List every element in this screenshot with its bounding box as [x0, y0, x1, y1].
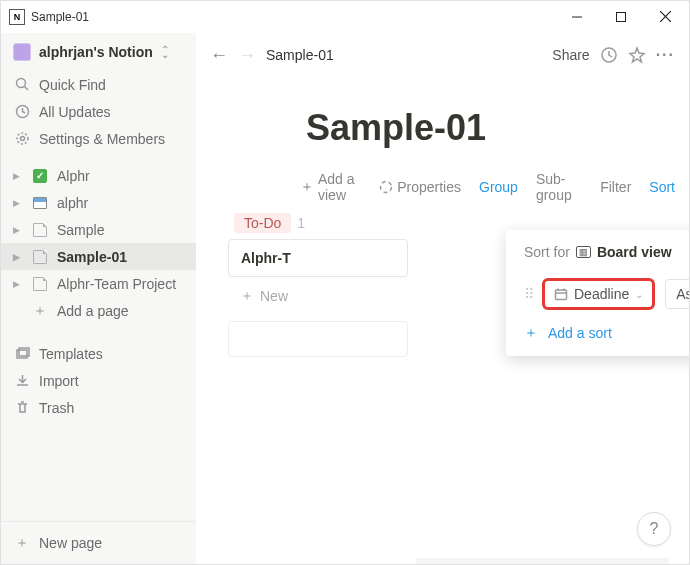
sort-order-label: Ascending: [676, 286, 690, 302]
templates-label: Templates: [39, 346, 103, 362]
all-updates[interactable]: All Updates: [1, 98, 196, 125]
add-view-button[interactable]: ＋Add a view: [300, 171, 361, 203]
settings-label: Settings & Members: [39, 131, 165, 147]
favorite-star-icon[interactable]: [628, 46, 646, 64]
close-window-button[interactable]: [643, 2, 687, 32]
board-empty-slot: [228, 321, 408, 357]
disclosure-triangle-icon[interactable]: ▶: [13, 279, 23, 289]
main-area: ← → Sample-01 Share ··· Sample-01 ＋Add a…: [196, 33, 689, 564]
sidebar-page-alphr-doc[interactable]: ▶ alphr: [1, 189, 196, 216]
disclosure-triangle-icon[interactable]: ▶: [13, 225, 23, 235]
chevron-down-icon: ⌄: [635, 289, 643, 300]
svg-rect-13: [556, 290, 567, 300]
board-card[interactable]: Alphr-T: [228, 239, 408, 277]
maximize-button[interactable]: [599, 2, 643, 32]
updates-icon[interactable]: [600, 46, 618, 64]
sidebar-page-sample[interactable]: ▶ Sample: [1, 216, 196, 243]
plus-icon: ＋: [240, 287, 254, 305]
trash-icon: [13, 400, 31, 415]
properties-button[interactable]: Properties: [379, 179, 461, 195]
plus-icon: ＋: [524, 324, 538, 342]
all-updates-label: All Updates: [39, 104, 111, 120]
svg-rect-1: [617, 12, 626, 21]
minimize-button[interactable]: [555, 2, 599, 32]
new-label: New: [260, 288, 288, 304]
new-page-label: New page: [39, 535, 102, 551]
sidebar-page-alphr-team[interactable]: ▶ Alphr-Team Project: [1, 270, 196, 297]
page-label: Sample-01: [57, 249, 127, 265]
page-icon: [31, 223, 49, 237]
share-button[interactable]: Share: [552, 47, 589, 63]
import-label: Import: [39, 373, 79, 389]
page-label: Alphr: [57, 168, 90, 184]
document-icon: [31, 197, 49, 209]
disclosure-triangle-icon[interactable]: ▶: [13, 198, 23, 208]
board-column-count: 1: [297, 215, 305, 231]
sort-for-label: Sort for: [524, 244, 570, 260]
plus-icon: ＋: [31, 302, 49, 320]
window-title: Sample-01: [31, 10, 555, 24]
drag-handle-icon[interactable]: ⠿: [524, 286, 532, 302]
sidebar-page-alphr-check[interactable]: ▶ ✓ Alphr: [1, 162, 196, 189]
sidebar-page-sample-01[interactable]: ▶ Sample-01: [1, 243, 196, 270]
add-page-label: Add a page: [57, 303, 129, 319]
sort-field-selector[interactable]: Deadline ⌄: [542, 278, 655, 310]
workspace-switcher[interactable]: alphrjan's Notion ⌃⌄: [1, 33, 196, 71]
disclosure-triangle-icon[interactable]: ▶: [13, 171, 23, 181]
page-label: alphr: [57, 195, 88, 211]
gear-icon: [13, 131, 31, 146]
settings-members[interactable]: Settings & Members: [1, 125, 196, 152]
filter-button[interactable]: Filter: [600, 179, 631, 195]
search-icon: [13, 77, 31, 92]
view-toolbar: ＋Add a view Properties Group Sub-group F…: [268, 165, 689, 213]
app-icon: N: [9, 9, 25, 25]
checkbox-icon: ✓: [31, 169, 49, 183]
trash-label: Trash: [39, 400, 74, 416]
add-sort-label: Add a sort: [548, 325, 612, 341]
svg-point-8: [17, 133, 28, 144]
templates[interactable]: Templates: [1, 340, 196, 367]
group-button[interactable]: Group: [479, 179, 518, 195]
sort-popover: Sort for ▥ Board view ? ⠿ Deadline ⌄ Asc…: [506, 230, 690, 356]
help-fab[interactable]: ?: [637, 512, 671, 546]
workspace-avatar: [13, 43, 31, 61]
workspace-name: alphrjan's Notion: [39, 44, 153, 60]
templates-icon: [13, 346, 31, 361]
board-view-icon: ▥: [576, 246, 591, 258]
more-menu-icon[interactable]: ···: [656, 46, 675, 64]
sidebar: alphrjan's Notion ⌃⌄ Quick Find All Upda…: [1, 33, 196, 564]
clock-icon: [13, 104, 31, 119]
disclosure-triangle-icon[interactable]: ▶: [13, 252, 23, 262]
sort-view-name: Board view: [597, 244, 672, 260]
quick-find-label: Quick Find: [39, 77, 106, 93]
page-icon: [31, 277, 49, 291]
sort-field-label: Deadline: [574, 286, 629, 302]
nav-forward-button[interactable]: →: [238, 45, 256, 66]
download-icon: [13, 373, 31, 388]
add-page-inline[interactable]: ＋ Add a page: [1, 297, 196, 324]
calendar-icon: [554, 287, 568, 301]
page-label: Sample: [57, 222, 104, 238]
quick-find[interactable]: Quick Find: [1, 71, 196, 98]
updown-chevron-icon: ⌃⌄: [161, 47, 169, 57]
plus-icon: ＋: [300, 178, 314, 196]
svg-point-7: [20, 137, 24, 141]
page-icon: [31, 250, 49, 264]
page-label: Alphr-Team Project: [57, 276, 176, 292]
breadcrumb[interactable]: Sample-01: [266, 47, 334, 63]
plus-icon: ＋: [13, 534, 31, 552]
page-title[interactable]: Sample-01: [306, 107, 689, 149]
new-page-button[interactable]: ＋ New page: [1, 522, 196, 564]
svg-point-12: [381, 182, 392, 193]
board-column-header[interactable]: To-Do: [234, 213, 291, 233]
nav-back-button[interactable]: ←: [210, 45, 228, 66]
svg-point-4: [16, 79, 25, 88]
sort-order-selector[interactable]: Ascending ⌄: [665, 279, 690, 309]
spinner-icon: [379, 180, 393, 194]
sort-button[interactable]: Sort: [649, 179, 675, 195]
subgroup-button[interactable]: Sub-group: [536, 171, 582, 203]
add-sort-button[interactable]: ＋ Add a sort: [524, 324, 690, 342]
import[interactable]: Import: [1, 367, 196, 394]
svg-line-5: [24, 87, 28, 91]
trash[interactable]: Trash: [1, 394, 196, 421]
